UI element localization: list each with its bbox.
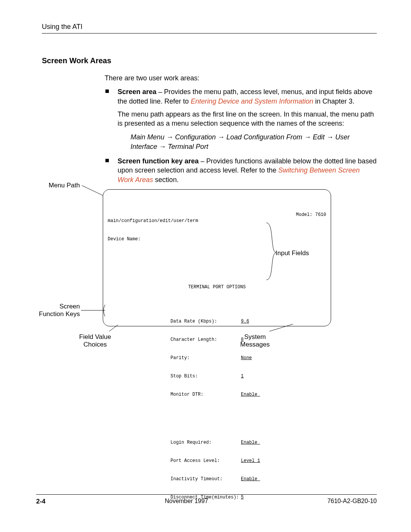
field-login-req-value[interactable]: Enable [241, 440, 260, 445]
terminal-device-label: Device Name: [108, 236, 326, 242]
bullet-para2: The menu path appears as the first line … [118, 110, 377, 128]
terminal-model-label: Model: [296, 212, 312, 217]
field-monitor-dtr-value[interactable]: Enable [241, 392, 260, 397]
field-inactivity-label: Inactivity Timeout: [170, 476, 241, 482]
field-login-req-label: Login Required: [170, 439, 241, 446]
field-data-rate-value[interactable]: 9.6 [241, 319, 249, 324]
field-port-access-value[interactable]: Level 1 [241, 458, 260, 463]
svg-line-0 [82, 185, 103, 195]
field-stop-bits-label: Stop Bits: [170, 373, 241, 379]
terminal-path: main/configuration/edit/user/term [108, 218, 326, 224]
intro-paragraph: There are two user work areas: [105, 73, 377, 83]
terminal-diagram: Menu Path Screen Function Keys Field Val… [42, 181, 377, 348]
terminal-screen: main/configuration/edit/user/term Device… [103, 189, 331, 326]
menu-path-sequence: Main Menu → Configuration → Load Configu… [131, 133, 377, 151]
terminal-title: TERMINAL PORT OPTIONS [108, 284, 326, 290]
page-footer: 2-4 November 1997 7610-A2-GB20-10 [36, 494, 377, 505]
field-parity-value[interactable]: None [241, 355, 252, 361]
bullet2-lead-bold: Screen function key area [118, 157, 199, 165]
field-parity-label: Parity: [170, 355, 241, 361]
terminal-model-value: 7610 [315, 212, 326, 217]
bullet-screen-area: Screen area – Provides the menu path, ac… [105, 87, 377, 151]
field-data-rate-label: Data Rate (Kbps): [170, 318, 241, 324]
field-port-access-label: Port Access Level: [170, 458, 241, 464]
footer-doc-id: 7610-A2-GB20-10 [327, 498, 377, 505]
bullet-screen-fn-key-area: Screen function key area – Provides func… [105, 157, 377, 184]
bullet-after-link: in Chapter 3. [313, 97, 354, 105]
field-char-length-value[interactable]: 8 [241, 337, 244, 342]
footer-date: November 1997 [165, 498, 208, 505]
field-char-length-label: Character Length: [170, 337, 241, 343]
body-text: There are two user work areas: Screen ar… [105, 73, 377, 184]
field-monitor-dtr-label: Monitor DTR: [170, 391, 241, 398]
field-inactivity-value[interactable]: Enable [241, 476, 260, 482]
page: Using the ATI Screen Work Areas There ar… [0, 0, 411, 532]
bullet-lead-bold: Screen area [118, 88, 156, 96]
running-head: Using the ATI [42, 23, 377, 34]
section-title: Screen Work Areas [42, 56, 377, 65]
field-stop-bits-value[interactable]: 1 [241, 374, 244, 379]
terminal-fields-group-a: Data Rate (Kbps):9.6 Character Length:8 … [108, 306, 326, 410]
link-entering-device-info[interactable]: Entering Device and System Information [191, 97, 313, 105]
page-number: 2-4 [36, 498, 46, 505]
